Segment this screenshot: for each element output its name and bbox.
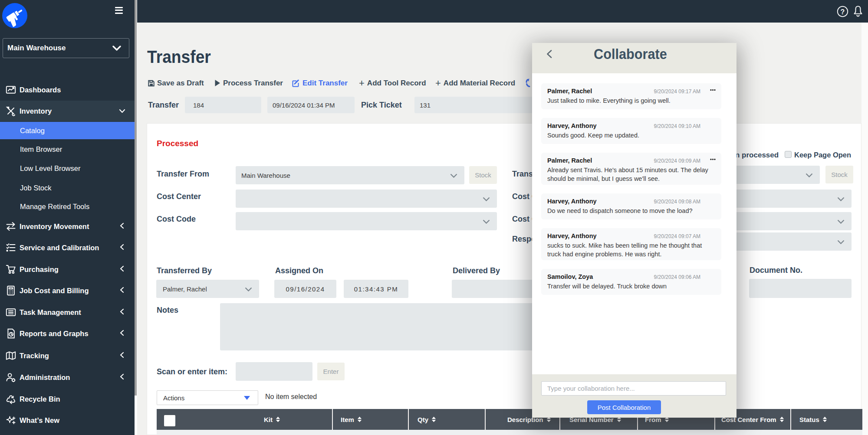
svg-text:?: ? [841,8,845,16]
